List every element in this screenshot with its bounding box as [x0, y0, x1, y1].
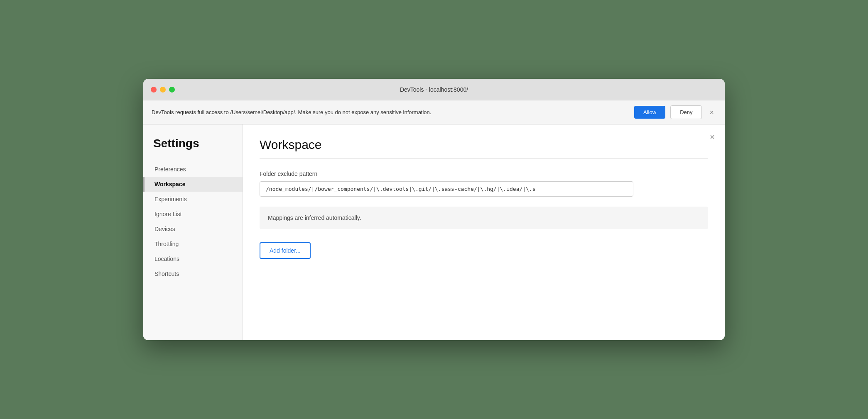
info-box: Mappings are inferred automatically. — [260, 207, 708, 229]
sidebar-item-ignore-list[interactable]: Ignore List — [143, 207, 243, 222]
allow-button[interactable]: Allow — [634, 106, 665, 119]
settings-panel: × Workspace Folder exclude pattern Mappi… — [243, 124, 725, 340]
sidebar-item-devices[interactable]: Devices — [143, 222, 243, 236]
sidebar-item-workspace[interactable]: Workspace — [143, 177, 243, 192]
sidebar-item-experiments[interactable]: Experiments — [143, 192, 243, 207]
info-box-text: Mappings are inferred automatically. — [268, 214, 361, 221]
minimize-button[interactable] — [160, 87, 166, 93]
window-controls — [151, 87, 175, 93]
maximize-button[interactable] — [169, 87, 175, 93]
notification-bar: DevTools requests full access to /Users/… — [143, 100, 725, 124]
window-title: DevTools - localhost:8000/ — [400, 86, 468, 93]
titlebar: DevTools - localhost:8000/ — [143, 79, 725, 100]
deny-button[interactable]: Deny — [670, 105, 702, 119]
panel-divider — [260, 158, 708, 159]
sidebar: Settings Preferences Workspace Experimen… — [143, 124, 243, 340]
panel-close-button[interactable]: × — [710, 133, 715, 141]
sidebar-title: Settings — [143, 137, 243, 162]
sidebar-item-preferences[interactable]: Preferences — [143, 162, 243, 177]
folder-exclude-input[interactable] — [260, 181, 633, 197]
devtools-window: DevTools - localhost:8000/ DevTools requ… — [143, 79, 725, 340]
close-button[interactable] — [151, 87, 157, 93]
notification-text: DevTools requests full access to /Users/… — [152, 109, 629, 115]
sidebar-item-throttling[interactable]: Throttling — [143, 236, 243, 251]
main-content: Settings Preferences Workspace Experimen… — [143, 124, 725, 340]
sidebar-item-locations[interactable]: Locations — [143, 251, 243, 266]
add-folder-button[interactable]: Add folder... — [260, 242, 311, 259]
notification-close-button[interactable]: × — [707, 109, 716, 116]
folder-exclude-label: Folder exclude pattern — [260, 171, 708, 177]
sidebar-item-shortcuts[interactable]: Shortcuts — [143, 266, 243, 281]
panel-title: Workspace — [260, 138, 708, 152]
